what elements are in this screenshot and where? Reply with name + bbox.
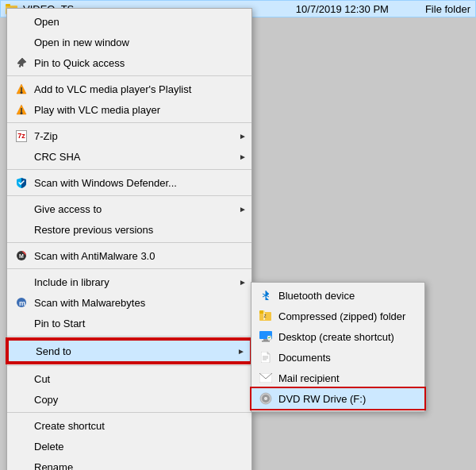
menu-item-rename[interactable]: Rename [7,457,251,470]
give-access-arrow: ► [239,205,247,214]
menu-item-give-access[interactable]: Give access to ► [7,198,251,219]
give-access-label: Give access to [34,203,236,215]
context-menu: Open Open in new window Pin to Quick acc… [6,8,252,470]
menu-item-pin-quick-access[interactable]: Pin to Quick access [7,52,251,73]
menu-item-scan-antimalware[interactable]: M Scan with AntiMalware 3.0 [7,245,251,266]
delete-icon [13,438,29,454]
crc-arrow: ► [239,152,247,161]
rename-icon [13,459,29,470]
separator-5 [7,242,251,243]
menu-item-vlc-play[interactable]: Play with VLC media player [7,99,251,120]
pin-icon [13,55,29,71]
menu-item-open[interactable]: Open [7,11,251,32]
open-label: Open [34,16,236,28]
library-icon [13,274,29,290]
svg-rect-19 [262,341,270,342]
menu-item-crc-sha[interactable]: CRC SHA ► [7,146,251,167]
vlc-play-icon [13,102,29,118]
crc-sha-label: CRC SHA [34,151,236,163]
svg-text:Z: Z [264,314,267,318]
menu-item-cut[interactable]: Cut [7,368,251,389]
pin-start-label: Pin to Start [34,318,236,329]
library-arrow: ► [239,278,247,287]
submenu-item-mail[interactable]: Mail recipient [251,368,424,388]
pin-quick-access-label: Pin to Quick access [34,57,236,69]
send-to-arrow: ► [237,347,245,356]
7zip-icon: 7z [13,128,29,144]
compressed-label: Compressed (zipped) folder [278,310,409,322]
menu-item-pin-start[interactable]: Pin to Start [7,313,251,333]
include-library-label: Include in library [34,276,236,288]
defender-icon [13,175,29,191]
create-shortcut-icon [13,418,29,433]
menu-item-include-library[interactable]: Include in library ► [7,272,251,292]
7zip-label: 7-Zip [34,130,236,142]
pin-start-icon [13,315,29,331]
menu-item-scan-defender[interactable]: Scan with Windows Defender... [7,172,251,193]
delete-label: Delete [34,441,236,453]
send-to-icon [15,343,31,359]
separator-2 [7,122,251,123]
separator-9 [7,412,251,413]
mail-label: Mail recipient [278,372,409,384]
open-new-window-icon [13,34,29,50]
svg-text:m: m [19,299,25,307]
copy-label: Copy [34,394,236,406]
vlc-play-label: Play with VLC media player [34,104,236,116]
svg-rect-2 [6,4,10,6]
give-access-icon [13,201,29,217]
zip-icon: Z [258,308,274,324]
bluetooth-icon [258,287,274,303]
create-shortcut-label: Create shortcut [34,420,236,432]
open-new-window-label: Open in new window [34,37,236,48]
separator-1 [7,75,251,76]
crc-icon [13,148,29,164]
cut-label: Cut [34,373,236,385]
send-to-label: Send to [36,345,234,357]
dvd-icon [258,391,274,406]
menu-item-delete[interactable]: Delete [7,436,251,457]
antimalware-icon: M [13,248,29,264]
separator-6 [7,268,251,269]
submenu-item-documents[interactable]: Documents [251,347,424,368]
menu-item-open-new-window[interactable]: Open in new window [7,32,251,52]
antimalware-label: Scan with AntiMalware 3.0 [34,250,236,262]
svg-point-4 [21,91,23,94]
menu-item-copy[interactable]: Copy [7,389,251,410]
submenu-item-compressed[interactable]: Z Compressed (zipped) folder [251,306,424,326]
vlc-playlist-label: Add to VLC media player's Playlist [34,83,236,95]
send-to-submenu: Bluetooth device Z Compressed (zipped) f… [251,282,425,412]
separator-3 [7,169,251,170]
mail-icon [258,370,274,386]
file-type: File folder [425,3,470,15]
svg-point-28 [265,398,267,399]
malwarebytes-label: Scan with Malwarebytes [34,297,236,309]
submenu-item-desktop[interactable]: Desktop (create shortcut) [251,326,424,347]
restore-label: Restore previous versions [34,224,236,236]
documents-icon [258,349,274,365]
rename-label: Rename [34,461,236,471]
desktop-label: Desktop (create shortcut) [278,331,409,343]
separator-7 [7,336,251,337]
documents-label: Documents [278,352,409,364]
separator-4 [7,195,251,196]
cut-icon [13,371,29,387]
open-icon [13,13,29,29]
menu-item-send-to[interactable]: Send to ► [7,339,251,363]
7zip-arrow: ► [239,132,247,141]
dvd-label: DVD RW Drive (F:) [278,393,409,405]
vlc-playlist-icon [13,81,29,97]
scan-defender-label: Scan with Windows Defender... [34,177,236,189]
separator-8 [7,365,251,366]
bluetooth-label: Bluetooth device [278,290,409,302]
menu-item-vlc-playlist[interactable]: Add to VLC media player's Playlist [7,79,251,99]
desktop-shortcut-icon [258,329,274,345]
malwarebytes-icon: m [13,295,29,310]
menu-item-restore[interactable]: Restore previous versions [7,219,251,240]
submenu-item-dvd[interactable]: DVD RW Drive (F:) [251,388,424,409]
menu-item-7zip[interactable]: 7z 7-Zip ► [7,125,251,146]
menu-item-create-shortcut[interactable]: Create shortcut [7,415,251,436]
menu-item-scan-malwarebytes[interactable]: m Scan with Malwarebytes [7,292,251,313]
submenu-item-bluetooth[interactable]: Bluetooth device [251,285,424,306]
svg-text:M: M [19,253,24,259]
